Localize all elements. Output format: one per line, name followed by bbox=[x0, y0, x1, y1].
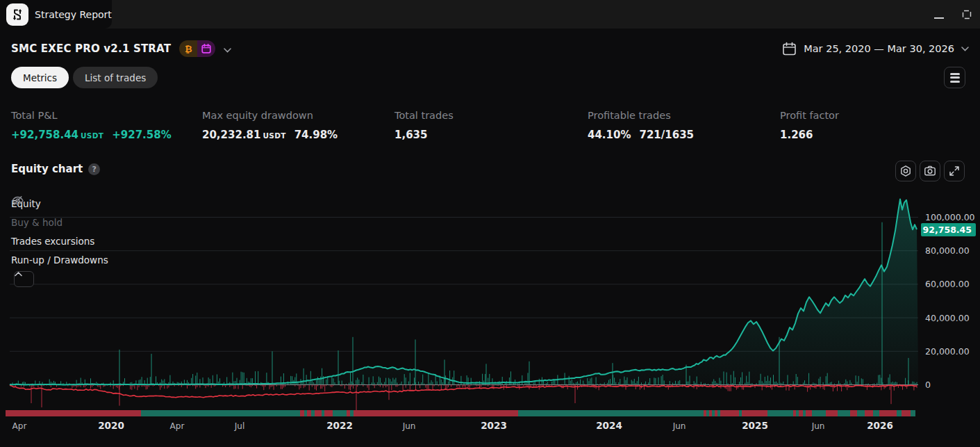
date-range-text: Mar 25, 2020 — Mar 30, 2026 bbox=[804, 43, 954, 54]
svg-text:Jun: Jun bbox=[811, 421, 825, 431]
tab-bar bbox=[0, 0, 980, 29]
help-icon[interactable]: ? bbox=[88, 163, 100, 175]
timeframe-calendar-icon bbox=[197, 40, 215, 57]
svg-text:2023: 2023 bbox=[481, 420, 507, 431]
tab-title: Strategy Report bbox=[35, 0, 112, 29]
svg-text:2022: 2022 bbox=[326, 420, 353, 431]
chart-legend: Equity Buy & hold Trades excursions Run-… bbox=[11, 194, 108, 269]
metric-value: 44.10% bbox=[588, 129, 631, 141]
report-header: SMC EXEC PRO v2.1 STRAT ₿ bbox=[11, 39, 231, 58]
svg-text:Apr: Apr bbox=[170, 421, 185, 431]
legend-trades-excursions[interactable]: Trades excursions bbox=[11, 231, 108, 250]
tab-metrics[interactable]: Metrics bbox=[11, 67, 69, 88]
chart-fullscreen-button[interactable] bbox=[944, 161, 965, 181]
metric-profit-factor: Profit factor 1.266 bbox=[780, 110, 839, 141]
calendar-icon bbox=[782, 42, 797, 56]
svg-text:Jun: Jun bbox=[672, 421, 686, 431]
svg-text:2024: 2024 bbox=[596, 420, 622, 431]
metric-label: Profit factor bbox=[780, 110, 839, 121]
btc-symbol-icon: ₿ bbox=[179, 40, 197, 57]
metric-value: 1,635 bbox=[395, 129, 427, 141]
svg-text:0: 0 bbox=[925, 380, 931, 390]
metric-label: Total P&L bbox=[11, 110, 172, 121]
metric-value: +92,758.44USDT bbox=[11, 129, 103, 141]
svg-text:40,000.00: 40,000.00 bbox=[925, 313, 970, 323]
equity-chart-canvas[interactable]: 020,000.0040,000.0060,000.0080,000.00100… bbox=[0, 188, 980, 447]
camera-icon bbox=[924, 165, 936, 177]
svg-text:Jun: Jun bbox=[402, 421, 416, 431]
maximize-button[interactable] bbox=[961, 8, 973, 21]
svg-text:Apr: Apr bbox=[13, 421, 27, 431]
report-layout-button[interactable] bbox=[944, 67, 965, 88]
minimize-button[interactable] bbox=[933, 8, 945, 21]
window-controls bbox=[933, 0, 973, 29]
legend-runup-drawdowns[interactable]: Run-up / Drawdowns bbox=[11, 250, 108, 269]
chart-toolbar bbox=[895, 161, 965, 181]
metric-label: Total trades bbox=[395, 110, 454, 121]
metric-label: Profitable trades bbox=[588, 110, 694, 121]
svg-text:92,758.45: 92,758.45 bbox=[923, 225, 972, 235]
symbol-badges[interactable]: ₿ bbox=[179, 40, 215, 57]
metric-total-trades: Total trades 1,635 bbox=[395, 110, 454, 141]
strategy-title: SMC EXEC PRO v2.1 STRAT bbox=[11, 42, 171, 55]
strategy-report-window: Strategy Report SMC EXEC PRO v2.1 STRAT … bbox=[0, 0, 980, 447]
svg-text:2020: 2020 bbox=[98, 420, 124, 431]
strategy-tester-icon bbox=[6, 3, 28, 26]
strategy-dropdown-chevron-icon[interactable] bbox=[224, 42, 231, 56]
chevron-up-icon bbox=[15, 272, 22, 277]
svg-text:2025: 2025 bbox=[742, 420, 768, 431]
svg-text:Jul: Jul bbox=[234, 421, 244, 431]
expand-icon bbox=[948, 165, 961, 177]
date-range-chevron-icon bbox=[961, 47, 969, 51]
metric-extra: 721/1635 bbox=[639, 129, 694, 141]
date-range-control[interactable]: Mar 25, 2020 — Mar 30, 2026 bbox=[782, 39, 969, 58]
legend-buy-and-hold[interactable]: Buy & hold bbox=[11, 213, 108, 231]
maximize-icon bbox=[961, 9, 972, 20]
tab-list-of-trades[interactable]: List of trades bbox=[73, 67, 158, 88]
svg-text:60,000.00: 60,000.00 bbox=[925, 279, 970, 289]
metric-extra: +927.58% bbox=[112, 129, 171, 141]
svg-text:20,000.00: 20,000.00 bbox=[925, 346, 970, 357]
equity-chart-header: Equity chart ? bbox=[11, 163, 100, 175]
equity-chart-title: Equity chart bbox=[11, 163, 83, 175]
metric-extra: 74.98% bbox=[294, 129, 338, 141]
eye-off-icon[interactable] bbox=[11, 194, 24, 207]
svg-text:2026: 2026 bbox=[867, 420, 893, 431]
metric-max-drawdown: Max equity drawdown 20,232.81USDT 74.98% bbox=[202, 110, 338, 141]
metric-label: Max equity drawdown bbox=[202, 110, 338, 121]
tab-strategy-report[interactable]: Strategy Report bbox=[0, 0, 112, 29]
view-switcher: Metrics List of trades bbox=[11, 67, 158, 88]
metric-total-pnl: Total P&L +92,758.44USDT +927.58% bbox=[11, 110, 172, 141]
metric-profitable-trades: Profitable trades 44.10% 721/1635 bbox=[588, 110, 694, 141]
equity-chart-area[interactable]: 020,000.0040,000.0060,000.0080,000.00100… bbox=[0, 188, 980, 447]
metric-value: 20,232.81USDT bbox=[202, 129, 286, 141]
metric-value: 1.266 bbox=[780, 129, 813, 141]
chart-snapshot-button[interactable] bbox=[920, 161, 940, 181]
rows-icon bbox=[950, 73, 960, 83]
svg-text:100,000.00: 100,000.00 bbox=[925, 212, 975, 222]
legend-equity[interactable]: Equity bbox=[11, 194, 108, 213]
legend-collapse-button[interactable] bbox=[14, 271, 34, 287]
gear-icon bbox=[899, 165, 912, 177]
svg-text:80,000.00: 80,000.00 bbox=[925, 245, 970, 256]
chart-settings-button[interactable] bbox=[895, 161, 916, 181]
